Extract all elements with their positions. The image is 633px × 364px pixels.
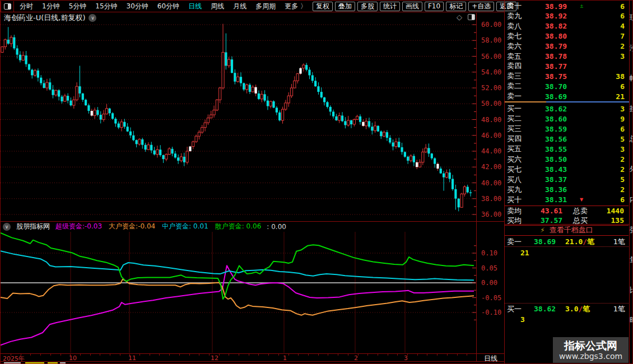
level-label: 卖八: [505, 21, 535, 31]
candle-body: [347, 120, 350, 125]
level-volume: 9: [587, 115, 629, 123]
toolbar-button-标记[interactable]: 标记: [446, 2, 466, 11]
date-minor-tick: [397, 354, 398, 356]
order-book-row-卖七[interactable]: 卖七38.807: [505, 31, 629, 41]
order-book-row-买四[interactable]: 买四38.565: [505, 134, 629, 144]
clipped-char: 比: [630, 285, 633, 295]
candle-body: [198, 132, 200, 136]
level-price: 38.77: [545, 62, 580, 71]
order-book-row-买九[interactable]: 买九38.362: [505, 185, 629, 195]
order-book-row-买二[interactable]: 买二38.609: [505, 114, 629, 124]
avg-price-box: 卖均 43.61 总卖 1440 买均 37.57 总买 135: [505, 206, 629, 226]
date-minor-tick: [219, 354, 220, 356]
candle-body: [85, 100, 87, 105]
period-tab-月线[interactable]: 月线: [233, 2, 246, 11]
date-minor-tick: [129, 354, 130, 356]
order-book-row-买十[interactable]: 买十38.31▼6: [505, 195, 629, 205]
date-minor-tick: [179, 354, 180, 356]
period-tab-60分钟[interactable]: 60分钟: [157, 2, 179, 11]
order-book-row-买一[interactable]: 买一38.623: [505, 104, 629, 114]
order-book-row-买三[interactable]: 买三38.596: [505, 124, 629, 134]
pane-layout-icon[interactable]: [468, 14, 475, 20]
candle-body: [111, 113, 114, 119]
candle-body: [299, 68, 301, 74]
period-tab-15分钟[interactable]: 15分钟: [95, 2, 117, 11]
date-minor-tick: [11, 354, 11, 356]
period-tab-5分钟[interactable]: 5分钟: [69, 2, 87, 11]
order-book-row-卖九[interactable]: 卖九38.926: [505, 11, 629, 21]
depth-row-卖一[interactable]: 卖一38.6921.0/笔1笔: [505, 237, 629, 246]
candle-body: [314, 81, 316, 86]
date-axis[interactable]: 日线 2025年101112123: [1, 353, 504, 362]
split-window-icon: [4, 3, 11, 10]
order-book-row-卖一[interactable]: 卖一38.6921: [505, 91, 629, 101]
candle-body: [460, 194, 463, 207]
candle-body: [469, 192, 472, 193]
candle-body: [418, 162, 421, 167]
candle-body: [73, 100, 75, 105]
candle-body: [326, 102, 328, 106]
candle-body: [28, 64, 30, 70]
order-book-row-买七[interactable]: 买七38.432: [505, 165, 629, 175]
level-price: 38.37: [545, 175, 580, 184]
candle-body: [159, 150, 161, 155]
clipped-char: 总: [630, 134, 633, 144]
candle-body: [43, 83, 45, 88]
level-volume: 7: [587, 32, 629, 40]
period-tab-30分钟[interactable]: 30分钟: [127, 2, 148, 11]
toolbar-button-多股[interactable]: 多股: [357, 2, 378, 11]
price-and-indicator-chart[interactable]: [1, 1, 504, 364]
order-book-row-买五[interactable]: 买五38.553: [505, 144, 629, 154]
order-book-row-卖三[interactable]: 卖三38.7538: [505, 71, 629, 81]
period-tab-分时[interactable]: 分时: [20, 2, 33, 11]
date-minor-tick: [278, 354, 279, 356]
toolbar-button-统计[interactable]: 统计: [380, 2, 400, 11]
order-book-row-卖十[interactable]: 卖十38.99±6: [505, 1, 629, 11]
date-minor-tick: [50, 354, 51, 356]
thousand-depth-link-row[interactable]: ⚡ 查看千档盘口: [505, 225, 629, 236]
order-book-row-卖五[interactable]: 卖五38.783: [505, 52, 629, 62]
ratio-sell-segment: [505, 101, 546, 102]
diamond-icon[interactable]: ◇: [457, 13, 462, 21]
order-book-row-卖八[interactable]: 卖八38.824: [505, 21, 629, 31]
period-tab-日线[interactable]: 日线: [188, 2, 202, 11]
candle-body: [180, 157, 182, 161]
period-tab-1分钟[interactable]: 1分钟: [42, 2, 60, 11]
date-minor-tick: [338, 354, 338, 356]
toolbar-button-画线[interactable]: 画线: [402, 2, 422, 11]
period-tab-更多 〉[interactable]: 更多 〉: [285, 2, 307, 11]
indicator-header: ∨ 股朋指标网 超级资金:-0.03大户资金:-0.04中户资金: 0.01散户…: [3, 222, 286, 231]
depth-row-买一[interactable]: 买一38.623.0/笔1笔: [505, 304, 629, 314]
indicator-axis: 0.100.050.00-0.05-0.10: [477, 1, 504, 364]
order-book-row-买八[interactable]: 买八38.375: [505, 175, 629, 185]
candle-body: [392, 142, 394, 146]
clipped-char: 现: [630, 13, 633, 23]
lightning-icon: ⚡: [540, 226, 544, 234]
order-book-row-买六[interactable]: 买六38.502: [505, 155, 629, 165]
layout-toggle-button[interactable]: [1, 1, 14, 12]
toolbar-button-叠加[interactable]: 叠加: [335, 2, 355, 11]
level-volume: 6: [587, 82, 629, 91]
view-thousand-depth-link[interactable]: 查看千档盘口: [550, 225, 593, 235]
chevron-down-icon[interactable]: ∨: [3, 223, 11, 231]
order-book-row-卖二[interactable]: 卖二38.706: [505, 81, 629, 91]
period-tab-周线[interactable]: 周线: [211, 2, 224, 11]
candle-body: [445, 172, 448, 177]
candle-body: [222, 52, 224, 88]
order-book-row-卖六[interactable]: 卖六38.792: [505, 41, 629, 52]
level-volume: 2: [587, 42, 629, 50]
total-sell-value: 1440: [595, 207, 629, 215]
level-label: 卖三: [505, 71, 535, 81]
chevron-down-icon[interactable]: ∨: [89, 14, 96, 22]
buy-avg-value: 37.57: [541, 216, 573, 225]
candle-body: [341, 115, 343, 121]
indicator-line-大户资金: [1, 279, 474, 315]
order-book-row-卖四[interactable]: 卖四38.77: [505, 61, 629, 71]
period-tab-多周期[interactable]: 多周期: [255, 2, 276, 11]
indicator-source-label: 股朋指标网: [16, 222, 50, 231]
candle-body: [434, 158, 436, 164]
toolbar-button-复权[interactable]: 复权: [313, 2, 333, 11]
toolbar-button-F10[interactable]: F10: [425, 2, 444, 11]
candle-body: [127, 127, 129, 131]
depth-per-order: 3.0/笔: [565, 304, 600, 314]
